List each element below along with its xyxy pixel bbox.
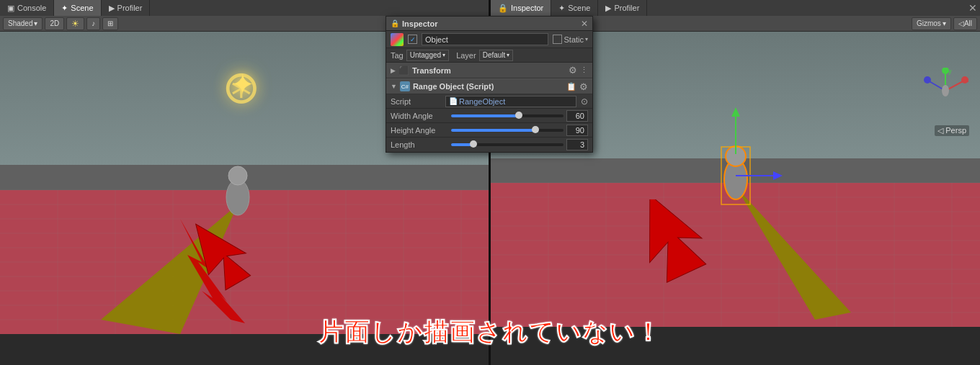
svg-marker-53 <box>624 199 707 285</box>
object-checkbox[interactable]: ✓ <box>408 35 417 44</box>
shaded-arrow-icon: ▾ <box>34 19 37 27</box>
width-angle-slider[interactable] <box>451 114 564 117</box>
sun-toolbar-icon: ☀ <box>71 19 79 29</box>
length-row: Length 3 <box>386 138 592 152</box>
inspector-lock-icon2: 🔒 <box>391 19 399 27</box>
transform-settings-icon[interactable]: ⋮ <box>580 66 588 75</box>
layer-value: Default <box>483 51 506 59</box>
tag-label: Tag <box>391 51 404 60</box>
layer-dropdown[interactable]: Default ▾ <box>479 50 514 61</box>
fx-icon: ⊞ <box>107 19 113 27</box>
left-2d-btn[interactable]: 2D <box>45 17 64 30</box>
layer-label: Layer <box>456 51 476 60</box>
annotation-text: 片面しか描画されていない！ <box>318 316 662 349</box>
profiler-icon: ▶ <box>109 4 115 13</box>
script-value-field[interactable]: 📄 RangeObject <box>445 96 576 107</box>
right-tab-bar: 🔒 Inspector ✦ Scene ▶ Profiler ✕ <box>491 0 980 16</box>
transform-toggle-icon[interactable]: ▶ <box>391 67 396 74</box>
static-label: Static <box>564 35 584 44</box>
object-name-input[interactable] <box>422 33 548 45</box>
script-value: RangeObject <box>459 97 505 106</box>
transform-gear-icon[interactable]: ⚙ <box>569 65 577 76</box>
transform-icon: ⬛ <box>398 66 409 76</box>
script-section-label: Range Object (Script) <box>413 82 494 91</box>
height-angle-row: Height Angle 90 <box>386 123 592 138</box>
scene-tab-icon: ✦ <box>61 4 68 13</box>
left-fx-btn[interactable]: ⊞ <box>102 17 118 30</box>
tab-profiler[interactable]: ▶ Profiler <box>102 0 151 16</box>
height-angle-label: Height Angle <box>391 126 448 135</box>
length-value[interactable]: 3 <box>566 139 588 150</box>
right-scene-label: Scene <box>568 4 590 12</box>
tag-layer-row: Tag Untagged ▾ Layer Default ▾ <box>386 48 592 63</box>
inspector-lock-icon: 🔒 <box>498 4 508 13</box>
left-sun-rays: ⊛ <box>222 60 261 114</box>
inspector-tab-label: Inspector <box>511 4 543 12</box>
width-angle-value[interactable]: 60 <box>566 110 588 122</box>
script-component-icon: C# <box>400 81 410 91</box>
console-icon: ▣ <box>7 4 14 13</box>
right-profiler-icon: ▶ <box>605 4 611 13</box>
tag-value: Untagged <box>410 51 441 59</box>
inspector-title-bar: 🔒 Inspector ✕ <box>386 17 592 31</box>
tab-scene[interactable]: ✦ Scene <box>54 0 101 16</box>
left-audio-btn[interactable]: ♪ <box>86 17 100 30</box>
left-2d-label: 2D <box>50 19 59 27</box>
transform-section-header: ▶ ⬛ Transform ⚙ ⋮ <box>386 63 592 78</box>
tag-dropdown-arrow: ▾ <box>442 52 445 58</box>
script-row: Script 📄 RangeObject ⊙ <box>386 94 592 109</box>
svg-point-22 <box>228 166 247 185</box>
right-profiler-label: Profiler <box>614 4 639 12</box>
right-scene-icon: ✦ <box>558 4 565 13</box>
right-scene-tab[interactable]: ✦ Scene <box>551 0 598 16</box>
right-gizmos-arrow-icon: ▾ <box>943 19 946 27</box>
inspector-tab[interactable]: 🔒 Inspector <box>491 0 551 16</box>
right-gizmos-label: Gizmos <box>917 19 941 27</box>
length-slider[interactable] <box>451 143 564 146</box>
svg-text:y: y <box>948 68 952 75</box>
svg-point-62 <box>942 85 949 96</box>
console-label: Console <box>17 4 46 12</box>
static-check[interactable]: Static ▾ <box>553 35 588 44</box>
script-target-icon[interactable]: ⊙ <box>581 96 588 107</box>
inspector-close-btn[interactable]: ✕ <box>581 19 588 29</box>
svg-point-61 <box>924 76 931 84</box>
right-red-arrow <box>577 199 707 293</box>
height-angle-slider[interactable] <box>451 129 564 132</box>
width-angle-row: Width Angle 60 <box>386 109 592 123</box>
shaded-label: Shaded <box>8 19 32 27</box>
script-toggle-icon[interactable]: ▼ <box>391 83 397 90</box>
profiler-label: Profiler <box>117 4 143 12</box>
left-tab-bar: ▣ Console ✦ Scene ▶ Profiler <box>0 0 490 16</box>
left-sun-btn[interactable]: ☀ <box>66 17 84 30</box>
right-gizmos-btn[interactable]: Gizmos ▾ <box>912 17 951 30</box>
script-book-icon: 📋 <box>566 82 576 91</box>
shaded-dropdown[interactable]: Shaded ▾ <box>3 17 43 30</box>
layer-dropdown-arrow: ▾ <box>507 52 509 58</box>
persp-label: ◁ Persp <box>935 125 969 136</box>
script-gear-icon[interactable]: ⚙ <box>579 81 588 92</box>
svg-marker-52 <box>773 171 783 180</box>
right-tab-close[interactable]: ✕ <box>966 0 980 16</box>
object-row: ✓ Static ▾ <box>386 31 592 48</box>
transform-label: Transform <box>412 66 451 75</box>
right-profiler-tab[interactable]: ▶ Profiler <box>598 0 647 16</box>
tag-dropdown[interactable]: Untagged ▾ <box>406 50 449 61</box>
svg-marker-24 <box>183 221 252 294</box>
static-arrow-icon: ▾ <box>585 36 588 42</box>
script-file-icon: 📄 <box>449 97 458 105</box>
svg-marker-50 <box>731 107 740 117</box>
right-all-btn[interactable]: ◁All <box>953 17 977 30</box>
right-all-label: ◁All <box>958 19 972 27</box>
script-section-header: ▼ C# Range Object (Script) 📋 ⚙ <box>386 78 592 94</box>
audio-icon: ♪ <box>92 19 95 27</box>
cube-icon <box>391 33 404 46</box>
scene-tab-label: Scene <box>71 4 93 12</box>
axis-gizmo: y x <box>922 68 969 114</box>
left-red-arrow <box>144 221 252 307</box>
script-label: Script <box>391 97 441 106</box>
inspector-title-label: Inspector <box>402 19 438 28</box>
width-angle-label: Width Angle <box>391 112 448 120</box>
height-angle-value[interactable]: 90 <box>566 125 588 136</box>
tab-console[interactable]: ▣ Console <box>0 0 54 16</box>
